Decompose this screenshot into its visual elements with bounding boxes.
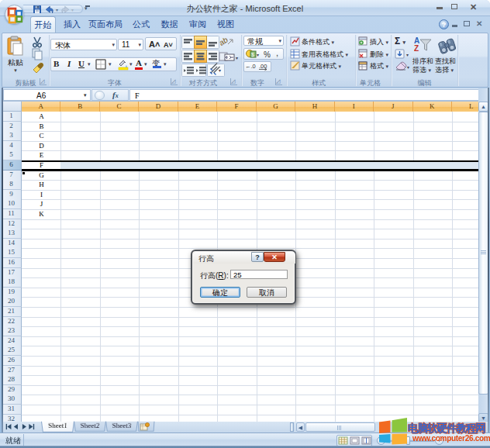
svg-text:▾: ▾ (109, 61, 112, 67)
svg-text:▾: ▾ (236, 56, 238, 60)
svg-text:▾: ▾ (129, 61, 133, 67)
svg-text:www.computer26.com: www.computer26.com (412, 434, 490, 443)
svg-text:$: $ (251, 52, 254, 57)
svg-text:▾: ▾ (406, 53, 409, 57)
svg-text:▾: ▾ (56, 8, 58, 12)
svg-text:A: A (414, 36, 419, 45)
svg-text:▾: ▾ (219, 68, 221, 73)
svg-text:电脑软硬件教程网: 电脑软硬件教程网 (408, 422, 486, 434)
svg-text:,: , (276, 49, 278, 57)
svg-text:▾: ▾ (407, 65, 409, 70)
svg-text:%: % (264, 50, 271, 59)
svg-text:Z: Z (414, 44, 419, 53)
svg-text:ab: ab (217, 36, 229, 47)
svg-text:←.0: ←.0 (245, 63, 256, 70)
svg-text:▾: ▾ (257, 53, 259, 57)
svg-text:▾: ▾ (71, 8, 74, 12)
